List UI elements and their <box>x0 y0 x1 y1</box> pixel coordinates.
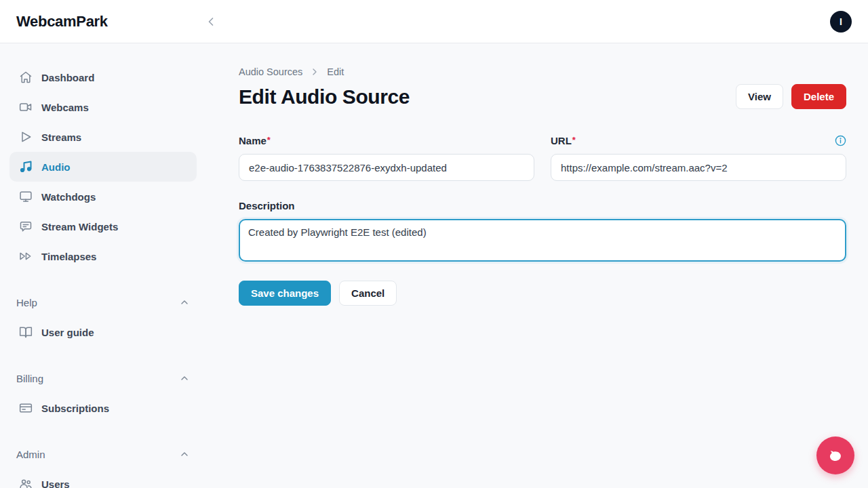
fast-forward-icon <box>19 249 33 263</box>
sidebar-item-label: Subscriptions <box>41 403 109 414</box>
info-icon[interactable] <box>835 135 846 146</box>
video-camera-icon <box>19 100 33 114</box>
chat-widget-button[interactable] <box>816 436 854 474</box>
sidebar-item-watchdogs[interactable]: Watchdogs <box>9 182 197 211</box>
sidebar-collapse-button[interactable] <box>201 12 220 31</box>
sidebar-item-label: Timelapses <box>41 251 96 262</box>
app-logo: WebcamPark <box>16 13 108 30</box>
sidebar-item-streams[interactable]: Streams <box>9 122 197 152</box>
sidebar-item-label: User guide <box>41 327 94 338</box>
cancel-button[interactable]: Cancel <box>339 281 397 306</box>
required-asterisk: * <box>267 135 271 145</box>
chevron-right-icon <box>309 66 320 77</box>
user-avatar[interactable]: I <box>830 11 852 33</box>
sidebar-item-label: Streams <box>41 131 81 143</box>
chevron-left-icon <box>204 15 218 28</box>
name-field-group: Name* <box>239 134 534 181</box>
sidebar-section-admin[interactable]: Admin <box>0 439 206 469</box>
breadcrumb-current: Edit <box>327 66 344 77</box>
save-changes-button[interactable]: Save changes <box>239 281 331 306</box>
sidebar-item-label: Watchdogs <box>41 191 96 203</box>
name-label: Name* <box>239 135 271 146</box>
description-textarea[interactable]: Created by Playwright E2E test (edited) <box>239 219 846 262</box>
chat-bubble-icon <box>19 220 33 233</box>
sidebar-item-label: Stream Widgets <box>41 221 118 232</box>
breadcrumb-audio-sources[interactable]: Audio Sources <box>239 66 302 77</box>
delete-button[interactable]: Delete <box>791 84 846 109</box>
home-icon <box>19 70 33 84</box>
url-field-group: URL* <box>551 134 846 181</box>
main-content: Audio Sources Edit Edit Audio Source Vie… <box>206 43 868 488</box>
sidebar-item-webcams[interactable]: Webcams <box>9 92 197 122</box>
sidebar-item-dashboard[interactable]: Dashboard <box>9 62 197 92</box>
sidebar-item-label: Webcams <box>41 102 89 113</box>
name-input[interactable] <box>239 154 534 181</box>
page-title: Edit Audio Source <box>239 85 410 108</box>
sidebar: Dashboard Webcams Streams Audio Watchdog <box>0 43 206 488</box>
sidebar-item-subscriptions[interactable]: Subscriptions <box>9 393 197 423</box>
url-label: URL* <box>551 135 576 146</box>
sidebar-section-help[interactable]: Help <box>0 287 206 317</box>
breadcrumb: Audio Sources Edit <box>239 66 846 77</box>
users-icon <box>19 477 33 488</box>
sidebar-item-label: Users <box>41 479 70 488</box>
play-icon <box>19 130 33 144</box>
sidebar-item-users[interactable]: Users <box>9 469 197 488</box>
sidebar-item-stream-widgets[interactable]: Stream Widgets <box>9 211 197 241</box>
chevron-up-icon <box>179 449 190 460</box>
sidebar-item-label: Dashboard <box>41 72 94 83</box>
url-input[interactable] <box>551 154 846 181</box>
chevron-up-icon <box>179 297 190 308</box>
sidebar-item-audio[interactable]: Audio <box>9 152 197 182</box>
sidebar-section-label: Admin <box>16 449 45 460</box>
credit-card-icon <box>19 401 33 415</box>
sidebar-section-label: Billing <box>16 373 43 384</box>
speech-bubble-icon <box>827 447 844 464</box>
sidebar-section-label: Help <box>16 297 37 308</box>
view-button[interactable]: View <box>736 84 783 109</box>
chevron-up-icon <box>179 373 190 384</box>
music-note-icon <box>19 160 33 174</box>
sidebar-item-timelapses[interactable]: Timelapses <box>9 241 197 271</box>
required-asterisk: * <box>572 135 576 145</box>
sidebar-item-label: Audio <box>41 161 71 173</box>
book-open-icon <box>19 325 33 339</box>
monitor-icon <box>19 190 33 203</box>
sidebar-section-billing[interactable]: Billing <box>0 363 206 393</box>
sidebar-item-user-guide[interactable]: User guide <box>9 317 197 347</box>
app-header: WebcamPark I <box>0 0 868 43</box>
description-field-group: Description Created by Playwright E2E te… <box>239 199 846 264</box>
description-label: Description <box>239 200 295 211</box>
